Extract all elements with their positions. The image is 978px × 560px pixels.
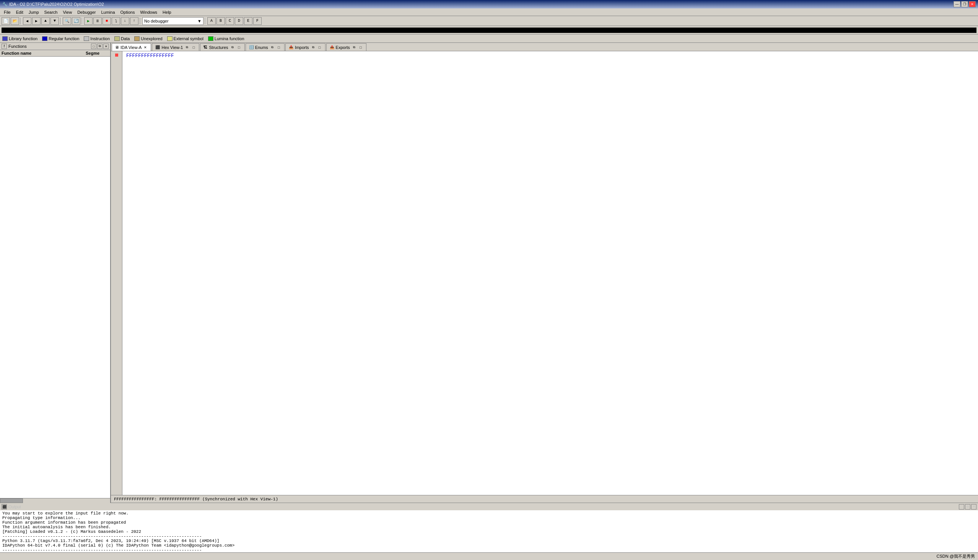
functions-panel-close[interactable]: ✕ <box>103 43 108 49</box>
ida-view-text-area[interactable]: FFFFFFFFFFFFFFFF <box>111 51 978 60</box>
minimize-button[interactable]: — <box>953 1 960 7</box>
tab-hex-view-1-float[interactable]: ⧉ <box>184 45 190 50</box>
tb-btn-b[interactable]: B <box>217 17 225 25</box>
tab-imports[interactable]: 📥 Imports ⧉ □ <box>285 43 325 51</box>
legend-data-color <box>114 36 120 41</box>
menu-lumina[interactable]: Lumina <box>99 9 117 15</box>
tb-sep-2 <box>60 18 61 25</box>
menu-options[interactable]: Options <box>118 9 137 15</box>
tab-ida-view-a-icon: 🖥 <box>115 45 119 49</box>
tab-enums-close[interactable]: □ <box>277 45 281 50</box>
tb-search[interactable]: 🔍 <box>63 17 71 25</box>
output-body[interactable]: You may start to explore the input file … <box>0 510 978 552</box>
legend-lumina-function-label: Lumina function <box>215 36 245 41</box>
title-bar-controls[interactable]: — ❐ ✕ <box>953 1 976 7</box>
menu-edit[interactable]: Edit <box>14 9 26 15</box>
legend-regular-function-color <box>42 36 47 41</box>
legend-library-function-label: Library function <box>9 36 37 41</box>
functions-panel-icon: f <box>2 43 7 49</box>
tab-imports-float[interactable]: ⧉ <box>311 45 316 50</box>
tab-structures-label: Structures <box>209 45 228 50</box>
nav-bar <box>2 28 976 33</box>
tb-open[interactable]: 📂 <box>11 17 19 25</box>
menu-help[interactable]: Help <box>160 9 174 15</box>
tab-hex-view-1[interactable]: ⬛ Hex View-1 ⧉ □ <box>152 43 199 51</box>
toolbar-2 <box>0 26 978 35</box>
col-segment: Segme <box>86 51 108 55</box>
tab-structures-float[interactable]: ⧉ <box>230 45 235 50</box>
tb-step-over[interactable]: ⤵ <box>112 17 120 25</box>
menu-file[interactable]: File <box>2 9 13 15</box>
tb-btn-e[interactable]: E <box>244 17 252 25</box>
tb-sep-5 <box>205 18 206 25</box>
legend-instruction-color <box>84 36 89 41</box>
view-status-bar: FFFFFFFFFFFFFFFF: FFFFFFFFFFFFFFFF (Sync… <box>111 495 978 503</box>
output-panel-close[interactable]: ✕ <box>971 504 976 510</box>
functions-columns: Function name Segme <box>0 50 110 57</box>
tab-imports-close[interactable]: □ <box>317 45 322 50</box>
output-panel-expand[interactable]: □ <box>959 504 964 510</box>
tb-down[interactable]: ▼ <box>50 17 59 25</box>
output-panel-controls[interactable]: □ ⧉ ✕ <box>959 504 976 510</box>
scrollbar-track[interactable] <box>0 498 110 503</box>
view-content[interactable]: FFFFFFFFFFFFFFFF <box>111 51 978 495</box>
tb-pause[interactable]: ⏸ <box>93 17 102 25</box>
tb-refresh[interactable]: 🔄 <box>72 17 80 25</box>
tab-enums-float[interactable]: ⧉ <box>270 45 275 50</box>
tab-structures-close[interactable]: □ <box>237 45 242 50</box>
tab-structures[interactable]: 🏗 Structures ⧉ □ <box>200 43 245 51</box>
output-line-6: ----------------------------------------… <box>2 534 976 538</box>
menu-bar: File Edit Jump Search View Debugger Lumi… <box>0 8 978 16</box>
functions-panel-expand[interactable]: □ <box>91 43 97 49</box>
debugger-dropdown[interactable]: No debugger ▼ <box>142 17 203 25</box>
legend-regular-function: Regular function <box>42 36 79 41</box>
legend-unexplored-color <box>134 36 140 41</box>
tb-btn-d[interactable]: D <box>235 17 243 25</box>
output-line-4: The initial autoanalysis has been finish… <box>2 525 976 529</box>
menu-jump[interactable]: Jump <box>27 9 41 15</box>
tab-hex-view-1-close[interactable]: □ <box>191 45 196 50</box>
app-icon: 🔧 <box>2 2 8 7</box>
restore-button[interactable]: ❐ <box>961 1 968 7</box>
tab-ida-view-a[interactable]: 🖥 IDA View-A ✕ <box>112 43 151 51</box>
menu-search[interactable]: Search <box>42 9 60 15</box>
legend-library-function-color <box>2 36 8 41</box>
tb-btn-f[interactable]: F <box>253 17 262 25</box>
tb-up[interactable]: ▲ <box>41 17 50 25</box>
col-function-name: Function name <box>2 51 86 55</box>
output-line-2: Propagating type information... <box>2 516 976 520</box>
tb-stop[interactable]: ■ <box>103 17 111 25</box>
tb-back[interactable]: ◀ <box>23 17 32 25</box>
menu-view[interactable]: View <box>60 9 74 15</box>
tb-sep-1 <box>21 18 22 25</box>
tab-enums[interactable]: 🔢 Enums ⧉ □ <box>245 43 285 51</box>
output-line-1: You may start to explore the input file … <box>2 511 976 516</box>
functions-scrollbar[interactable] <box>0 498 110 503</box>
functions-panel: f Functions □ ⧉ ✕ Function name Segme <box>0 43 111 503</box>
output-panel-float[interactable]: ⧉ <box>965 504 970 510</box>
menu-windows[interactable]: Windows <box>138 9 160 15</box>
tab-structures-icon: 🏗 <box>203 45 207 49</box>
tb-forward[interactable]: ▶ <box>32 17 40 25</box>
tb-btn-a[interactable]: A <box>207 17 216 25</box>
functions-panel-float[interactable]: ⧉ <box>97 43 103 49</box>
tab-exports[interactable]: 📤 Exports ⧉ □ <box>326 43 367 51</box>
legend-data: Data <box>114 36 130 41</box>
tab-ida-view-a-close[interactable]: ✕ <box>143 45 148 50</box>
tb-run[interactable]: ▶ <box>84 17 93 25</box>
functions-panel-controls[interactable]: □ ⧉ ✕ <box>91 43 108 49</box>
tb-step-into[interactable]: ↓ <box>121 17 129 25</box>
tab-exports-close[interactable]: □ <box>358 45 363 50</box>
legend-regular-function-label: Regular function <box>48 36 79 41</box>
close-button[interactable]: ✕ <box>969 1 976 7</box>
debugger-dropdown-label: No debugger <box>144 19 169 23</box>
tb-step-out[interactable]: ↑ <box>130 17 138 25</box>
menu-debugger[interactable]: Debugger <box>75 9 98 15</box>
functions-list[interactable] <box>0 57 110 498</box>
tab-exports-float[interactable]: ⧉ <box>352 45 357 50</box>
tb-btn-c[interactable]: C <box>226 17 234 25</box>
tb-new[interactable]: 📄 <box>2 17 10 25</box>
output-panel-header: ⬛ Output □ ⧉ ✕ <box>0 503 978 510</box>
scrollbar-thumb[interactable] <box>0 498 23 503</box>
output-panel-title: Output <box>8 505 21 509</box>
